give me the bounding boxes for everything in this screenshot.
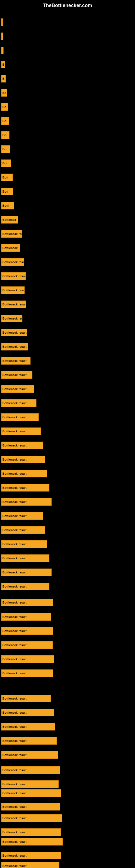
bar-row: Bottleneck result — [1, 512, 43, 520]
bar: Bottleneck result — [1, 343, 28, 350]
bar-row: Bo — [1, 145, 10, 153]
bar-row: Bottleneck result — [1, 613, 51, 621]
bar: Bottleneck res — [1, 315, 22, 322]
bar-row: Bottleneck result — [1, 655, 54, 663]
bar: Bottleneck — [1, 244, 20, 252]
bar-row: Bottleneck result — [1, 442, 43, 449]
bar: Bottleneck result — [1, 709, 54, 716]
bar: Bottleneck result — [1, 583, 49, 590]
bar: B — [1, 75, 6, 83]
bar-row: Bottleneck result — [1, 789, 61, 797]
bar-row: Bottleneck result — [1, 814, 62, 822]
bar: Bottleneck result — [1, 568, 52, 576]
bar: Bottleneck result — [1, 442, 43, 449]
bar-label: Bottleneck result — [2, 601, 27, 604]
bar-label: Bottleneck result — [2, 615, 27, 618]
bar-label: Bottleneck result — [2, 500, 27, 503]
bar: Bottleneck result — [1, 766, 60, 774]
bar-label: Bottleneck result — [2, 831, 27, 834]
bar-row: Bott — [1, 188, 13, 195]
bar-label: Bottlenec — [2, 218, 16, 221]
bar-label: Bot — [2, 162, 7, 165]
bar-label: Bottleneck result — [2, 430, 27, 433]
bar-row: Bottleneck result — [1, 751, 58, 759]
bar-row: Bottleneck res — [1, 230, 22, 238]
bar-label: Bottleneck result — [2, 542, 27, 546]
bar: Bo — [1, 89, 7, 97]
bar: Bottleneck result — [1, 385, 34, 393]
bar: Bottleneck result — [1, 627, 53, 635]
bar-row: Bottleneck result — [1, 599, 53, 606]
bar: Bo — [1, 145, 10, 153]
bar-label: Bottleneck result — [2, 629, 27, 632]
bar-row: Bot — [1, 159, 11, 167]
bar-row: Bottleneck resu — [1, 286, 25, 294]
bar: Bottleneck resu — [1, 258, 24, 266]
bar: Bottleneck result — [1, 723, 55, 731]
bar: Bottleneck result — [1, 498, 52, 506]
bar: Bottleneck result — [1, 862, 59, 868]
bar: Bottleneck result — [1, 540, 47, 548]
bar-row: Bottleneck result — [1, 838, 63, 845]
bar-label: Bottleneck result — [2, 486, 27, 489]
bar-label: Bottleneck resu — [2, 289, 25, 292]
bar: Bottleneck result — [1, 599, 53, 606]
bar-row: Bottleneck result — [1, 641, 53, 649]
bar: Bottleneck result — [1, 737, 57, 745]
bar: Bottleneck result — [1, 780, 58, 788]
bar-label: Bo — [2, 119, 6, 123]
bar-label: Bottleneck result — [2, 753, 27, 756]
bar-row: Bottleneck result — [1, 357, 31, 365]
bar-row: Bottleneck result — [1, 709, 54, 716]
bar-row: B — [1, 75, 6, 83]
bar-row: Bottleneck result — [1, 272, 26, 280]
bar: Bottleneck result — [1, 301, 26, 308]
bar-label: Bottleneck res — [2, 232, 22, 236]
bar-row: Bottleneck result — [1, 828, 61, 836]
bar-row: Bottlenec — [1, 216, 18, 223]
bar-label: Bottleneck result — [2, 782, 27, 786]
bar — [1, 46, 3, 54]
bar-row — [1, 19, 3, 26]
bar-row: Bottleneck result — [1, 526, 45, 534]
bar-row: Bottleneck result — [1, 484, 49, 492]
bar: Bottleneck result — [1, 554, 49, 562]
bar-row: Bo — [1, 103, 8, 111]
bar: Bottleneck result — [1, 803, 60, 810]
bar: Bottleneck result — [1, 329, 27, 336]
bar-label: Bottleneck result — [2, 864, 27, 867]
bar: Bottleneck result — [1, 655, 54, 663]
bar-row — [1, 46, 3, 54]
bar-label: Bottleneck result — [2, 711, 27, 714]
bar: Bottlenec — [1, 216, 18, 223]
bar — [1, 19, 3, 26]
bar-row: Bottleneck result — [1, 852, 61, 859]
bar: Bottleneck result — [1, 512, 43, 520]
bar: Bot — [1, 159, 11, 167]
bar-label: Bottleneck result — [2, 444, 27, 447]
bar-label: Bottleneck result — [2, 585, 27, 588]
bar-row: Bo — [1, 117, 9, 125]
bar: Bo — [1, 103, 8, 111]
bar: Bottleneck result — [1, 484, 49, 492]
bar-label: Bottleneck result — [2, 792, 27, 795]
bar-label: Bottleneck result — [2, 672, 27, 675]
bar-label: Bottleneck result — [2, 557, 27, 560]
bar-row: Bottleneck result — [1, 583, 49, 590]
bar: Bottleneck result — [1, 371, 32, 379]
bar: Bottleneck result — [1, 789, 61, 797]
bar-row: Bottleneck result — [1, 498, 52, 506]
bar-row: Bottl — [1, 202, 14, 209]
bar-label: Bottleneck result — [2, 388, 27, 391]
bar-label: Bottleneck result — [2, 805, 27, 808]
bar-row: Bottleneck result — [1, 568, 52, 576]
bar: Bo — [1, 117, 9, 125]
bar-label: Bottleneck result — [2, 528, 27, 532]
bar-row: Bottleneck result — [1, 627, 53, 635]
bar-row: Bottleneck result — [1, 301, 26, 308]
bar-label: Bottleneck result — [2, 657, 27, 661]
bar-row: Bottleneck result — [1, 780, 58, 788]
bar-row: Bottleneck result — [1, 723, 55, 731]
bar-label: Bottleneck result — [2, 303, 26, 306]
bar: Bottleneck result — [1, 695, 51, 702]
